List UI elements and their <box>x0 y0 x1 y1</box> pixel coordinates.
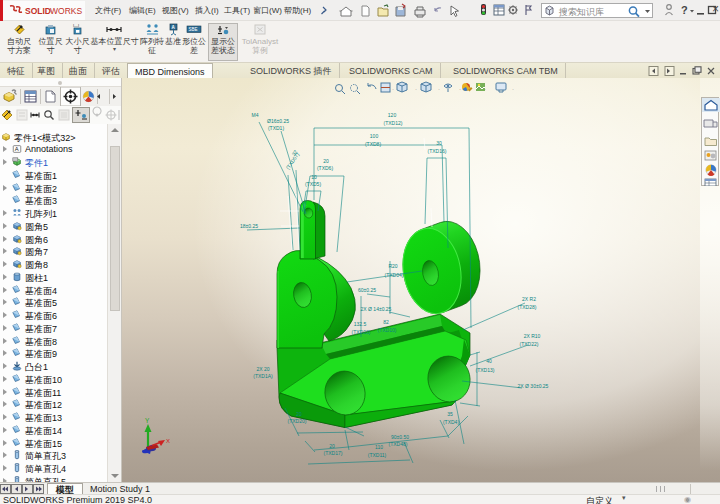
svg-text:20: 20 <box>296 411 302 417</box>
svg-text:40: 40 <box>486 358 492 364</box>
svg-text:SBE: SBE <box>189 27 198 32</box>
svg-text:(TXD03): (TXD03) <box>352 329 371 335</box>
svg-text:(TXD10): (TXD10) <box>378 327 397 333</box>
svg-text:18±0.25: 18±0.25 <box>240 223 258 229</box>
svg-text:120: 120 <box>388 112 397 118</box>
svg-text:(TXD16): (TXD16) <box>428 148 447 154</box>
svg-text:(TXD17): (TXD17) <box>324 450 343 456</box>
svg-text:·: · <box>512 86 514 92</box>
svg-text:(TXD11): (TXD11) <box>368 452 387 458</box>
svg-text:2X 20: 2X 20 <box>256 366 269 372</box>
svg-text:132.5: 132.5 <box>354 321 367 327</box>
svg-text:·: · <box>459 86 461 92</box>
svg-text:Ø16±0.25: Ø16±0.25 <box>267 118 289 124</box>
svg-text:110: 110 <box>375 444 383 450</box>
svg-text:2X Ø 30±0.25: 2X Ø 30±0.25 <box>518 383 549 389</box>
svg-text:35: 35 <box>447 411 453 417</box>
svg-text:10: 10 <box>311 174 317 180</box>
svg-text:2X R10: 2X R10 <box>524 333 541 339</box>
svg-text:20: 20 <box>329 443 335 449</box>
svg-text:·: · <box>438 86 440 92</box>
svg-text:100: 100 <box>370 133 379 139</box>
svg-text:(TXD5): (TXD5) <box>305 181 321 187</box>
svg-text:82: 82 <box>383 319 389 325</box>
svg-text:I—I: I—I <box>73 23 79 28</box>
svg-text:(TXD6): (TXD6) <box>317 165 333 171</box>
svg-text:(TXD1): (TXD1) <box>268 125 284 131</box>
svg-text:?: ? <box>681 4 688 16</box>
svg-text:SOLID: SOLID <box>25 6 51 16</box>
svg-text:(TXD1A): (TXD1A) <box>253 373 273 379</box>
svg-text:M4: M4 <box>252 112 259 118</box>
svg-text:(TXD13): (TXD13) <box>476 367 495 373</box>
svg-text:90±0.50: 90±0.50 <box>391 434 409 440</box>
svg-text:Y: Y <box>145 417 150 424</box>
svg-text:(TXD4): (TXD4) <box>443 419 459 425</box>
svg-text:(TXD04): (TXD04) <box>385 272 404 278</box>
svg-text:2X R2: 2X R2 <box>522 296 536 302</box>
svg-text:(TXD28): (TXD28) <box>518 304 537 310</box>
svg-text:·: · <box>392 86 394 92</box>
svg-text:2X Ø 14±0.25: 2X Ø 14±0.25 <box>361 306 392 312</box>
svg-text:WORKS: WORKS <box>50 6 82 16</box>
svg-text:(TXD07): (TXD07) <box>284 151 300 170</box>
svg-text:(TXD20): (TXD20) <box>288 418 307 424</box>
svg-text:20: 20 <box>323 158 329 164</box>
svg-text:R20: R20 <box>388 263 397 269</box>
svg-text:(TXD12): (TXD12) <box>384 120 403 126</box>
svg-text:·: · <box>415 86 417 92</box>
svg-text:X: X <box>166 438 170 444</box>
svg-text:(TXD8): (TXD8) <box>365 141 381 147</box>
svg-text:(TXD22): (TXD22) <box>520 341 539 347</box>
svg-text:60±0.25: 60±0.25 <box>358 287 376 293</box>
svg-text:(TXD48): (TXD48) <box>389 441 408 447</box>
svg-text:30: 30 <box>436 140 442 146</box>
